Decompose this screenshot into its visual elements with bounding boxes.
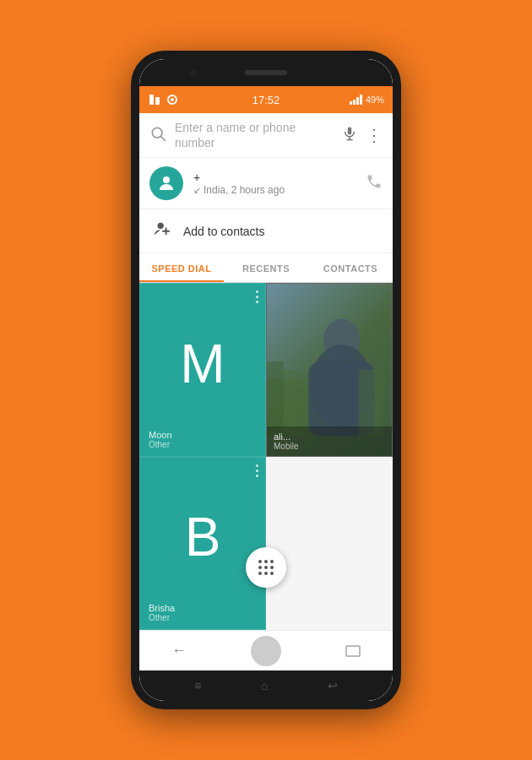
app-icon-2	[166, 93, 179, 106]
svg-point-10	[158, 223, 164, 229]
contact-avatar	[149, 166, 183, 200]
status-bar: 17:52 49%	[139, 86, 393, 113]
battery-text: 49%	[366, 95, 384, 105]
call-arrow: ↙	[193, 185, 201, 196]
recent-call-row[interactable]: + ↙ India, 2 hours ago	[139, 158, 393, 209]
hw-home-icon[interactable]: ⌂	[261, 679, 268, 692]
phone-bottom-bar: ≡ ⌂ ↩	[139, 670, 393, 701]
svg-rect-1	[155, 97, 160, 105]
app-icon-1	[148, 93, 161, 106]
recent-apps-button[interactable]	[345, 645, 361, 657]
home-button[interactable]	[251, 636, 281, 666]
svg-point-9	[163, 176, 170, 183]
signal-icon	[350, 95, 362, 105]
speed-dial-cell-empty	[266, 457, 393, 630]
tab-speed-dial[interactable]: SPEED DIAL	[139, 253, 224, 282]
cell-name-b: Brisha	[149, 603, 175, 613]
cell-type-m: Other	[149, 440, 170, 449]
speaker-grill	[245, 70, 287, 75]
tab-recents[interactable]: RECENTS	[224, 253, 308, 282]
cell-type-b: Other	[149, 613, 170, 622]
search-icon	[149, 125, 166, 146]
back-button[interactable]: ←	[171, 642, 187, 660]
speed-dial-cell-b[interactable]: B Brisha Other	[139, 457, 266, 630]
photo-cell-name: ali...	[274, 432, 385, 442]
microphone-icon[interactable]	[342, 126, 357, 145]
more-options-icon[interactable]: ⋮	[366, 125, 383, 145]
svg-line-5	[161, 136, 166, 140]
add-contact-icon	[153, 220, 171, 242]
tab-contacts[interactable]: CONTACTS	[308, 253, 393, 282]
speed-dial-cell-photo[interactable]: ali... Mobile	[266, 283, 393, 456]
cell-name-m: Moon	[149, 430, 172, 440]
hw-menu-icon[interactable]: ≡	[194, 679, 201, 692]
cell-menu-m[interactable]	[256, 290, 258, 303]
cell-letter-b: B	[185, 506, 221, 568]
dialpad-icon	[257, 558, 275, 577]
search-input[interactable]: Enter a name or phone number	[175, 120, 334, 150]
phone-device: 17:52 49% Enter a name or phone number	[131, 51, 401, 709]
photo-overlay: ali... Mobile	[267, 426, 392, 456]
call-info: + ↙ India, 2 hours ago	[193, 171, 356, 196]
status-left-icons	[148, 93, 179, 106]
dialpad-fab[interactable]	[246, 547, 286, 588]
hw-back-icon[interactable]: ↩	[328, 679, 338, 692]
status-time: 17:52	[252, 94, 280, 106]
add-contact-label: Add to contacts	[183, 225, 265, 238]
call-detail-text: India, 2 hours ago	[204, 184, 285, 196]
svg-rect-0	[149, 95, 154, 105]
cell-menu-b[interactable]	[256, 464, 258, 477]
photo-cell-type: Mobile	[274, 442, 385, 451]
cell-letter-m: M	[180, 333, 225, 395]
status-right-icons: 49%	[350, 95, 384, 105]
phone-screen: 17:52 49% Enter a name or phone number	[139, 59, 393, 701]
bottom-nav: ←	[139, 630, 393, 670]
speed-dial-cell-m[interactable]: M Moon Other	[139, 283, 266, 456]
phone-top-bar	[139, 59, 393, 86]
add-contact-row[interactable]: Add to contacts	[139, 209, 393, 253]
camera-dot	[190, 69, 197, 76]
call-detail: ↙ India, 2 hours ago	[193, 184, 356, 196]
call-phone-icon[interactable]	[366, 173, 383, 194]
svg-rect-6	[348, 127, 352, 134]
tab-bar: SPEED DIAL RECENTS CONTACTS	[139, 253, 393, 283]
search-bar[interactable]: Enter a name or phone number ⋮	[139, 113, 393, 158]
search-actions: ⋮	[342, 125, 383, 145]
speed-dial-grid: M Moon Other	[139, 283, 393, 630]
svg-point-3	[171, 98, 174, 101]
call-number: +	[193, 171, 356, 184]
